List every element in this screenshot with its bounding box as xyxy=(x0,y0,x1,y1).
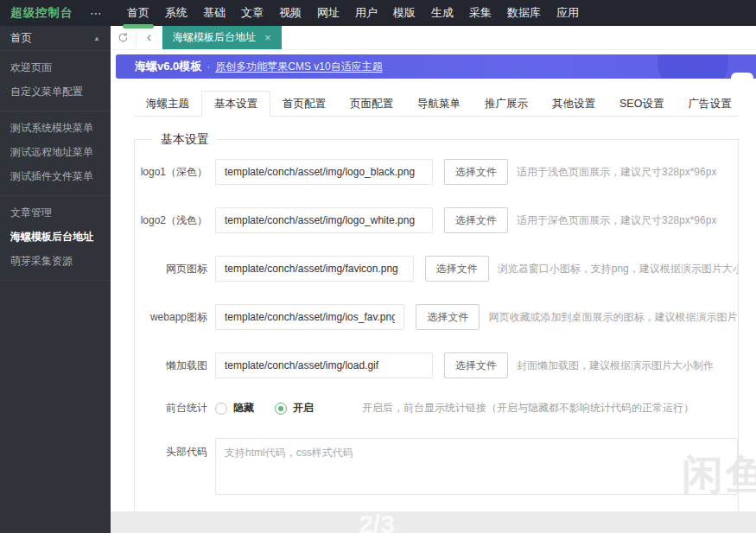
sidebar-header-label: 首页 xyxy=(10,31,32,46)
banner-decor-pill xyxy=(731,73,753,79)
topnav-item-collect[interactable]: 采集 xyxy=(461,0,499,26)
webapp-icon-hint: 网页收藏或添加到桌面展示的图标，建议根据演示图片大小制作 xyxy=(488,310,738,325)
refresh-icon xyxy=(118,32,129,43)
form-row-webapp-icon: webapp图标 选择文件 网页收藏或添加到桌面展示的图标，建议根据演示图片大小… xyxy=(135,304,738,330)
tab-nav-menu[interactable]: 导航菜单 xyxy=(405,92,473,116)
banner-decor-circle xyxy=(658,54,728,79)
radio-enable-label: 开启 xyxy=(293,401,314,416)
radio-hide-label: 隐藏 xyxy=(233,401,254,416)
tab-page-config[interactable]: 页面配置 xyxy=(338,92,405,116)
topnav-item-user[interactable]: 用户 xyxy=(347,0,385,26)
topnav-item-generate[interactable]: 生成 xyxy=(423,0,461,26)
radio-hide[interactable]: 隐藏 xyxy=(215,401,254,416)
settings-content: 海螺主题 基本设置 首页配置 页面配置 导航菜单 推广展示 其他设置 SEO设置… xyxy=(111,79,756,511)
radio-enable-circle-icon xyxy=(275,403,287,415)
sidebar-item-welcome-page[interactable]: 欢迎页面 xyxy=(0,55,111,79)
basic-settings-fieldset: 基本设置 logo1（深色） 选择文件 适用于浅色页面展示，建议尺寸328px*… xyxy=(134,139,739,511)
sidebar-item-article-management[interactable]: 文章管理 xyxy=(0,200,111,225)
topnav-item-video[interactable]: 视频 xyxy=(271,0,309,26)
sidebar-group-1: 欢迎页面 自定义菜单配置 xyxy=(0,51,111,111)
tab-seo-settings[interactable]: SEO设置 xyxy=(607,92,676,116)
front-stats-hint: 开启后，前台显示统计链接（开启与隐藏都不影响统计代码的正常运行） xyxy=(362,401,694,416)
lazyload-path-input[interactable] xyxy=(215,352,433,378)
topnav-item-article[interactable]: 文章 xyxy=(233,0,271,26)
webapp-icon-path-input[interactable] xyxy=(215,304,404,330)
topnav-item-basic[interactable]: 基础 xyxy=(195,0,233,26)
open-page-tab-label: 海螺模板后台地址 xyxy=(173,30,256,45)
fieldset-legend: 基本设置 xyxy=(152,132,218,148)
tab-conch-theme[interactable]: 海螺主题 xyxy=(134,92,201,116)
tab-close-icon[interactable]: × xyxy=(264,31,271,44)
tab-ad-settings[interactable]: 广告设置 xyxy=(676,92,743,116)
logo2-hint: 适用于深色页面展示，建议尺寸328px*96px xyxy=(517,213,716,228)
front-stats-label: 前台统计 xyxy=(135,401,215,416)
topnav-item-system[interactable]: 系统 xyxy=(157,0,195,26)
form-row-logo2: logo2（浅色） 选择文件 适用于深色页面展示，建议尺寸328px*96px xyxy=(135,207,738,233)
open-page-tab[interactable]: 海螺模板后台地址 × xyxy=(162,26,282,49)
topnav-item-application[interactable]: 应用 xyxy=(549,0,587,26)
logo1-path-input[interactable] xyxy=(215,159,433,185)
lazyload-choose-file-button[interactable]: 选择文件 xyxy=(444,352,508,378)
form-row-favicon: 网页图标 选择文件 浏览器窗口小图标，支持png，建议根据演示图片大小制作 xyxy=(135,256,738,282)
banner-title: 海螺v6.0模板 xyxy=(135,59,201,74)
tab-home-config[interactable]: 首页配置 xyxy=(270,92,338,116)
sidebar-group-3: 文章管理 海螺模板后台地址 萌芽采集资源 xyxy=(0,196,111,281)
webapp-icon-choose-file-button[interactable]: 选择文件 xyxy=(416,304,480,330)
sidebar-item-conch-template-admin-url[interactable]: 海螺模板后台地址 xyxy=(0,225,111,249)
front-stats-radio-group: 隐藏 开启 xyxy=(215,401,334,416)
topnav-item-website[interactable]: 网址 xyxy=(309,0,347,26)
favicon-choose-file-button[interactable]: 选择文件 xyxy=(425,256,489,282)
form-row-logo1: logo1（深色） 选择文件 适用于浅色页面展示，建议尺寸328px*96px xyxy=(135,159,738,185)
logo2-path-input[interactable] xyxy=(215,207,433,233)
head-code-label: 头部代码 xyxy=(135,438,215,460)
main-area: ‹ 海螺模板后台地址 × 海螺v6.0模板 · 原创多功能苹果CMS v10自适… xyxy=(111,26,756,533)
favicon-label: 网页图标 xyxy=(135,262,215,276)
top-header: 超级控制台 ⋯ 首页 系统 基础 文章 视频 网址 用户 模版 生成 采集 数据… xyxy=(0,0,756,26)
sidebar: 首页 ▲ 欢迎页面 自定义菜单配置 测试系统模块菜单 测试远程地址菜单 测试插件… xyxy=(0,26,111,533)
window-tabbar: ‹ 海螺模板后台地址 × xyxy=(111,26,756,50)
tab-basic-settings[interactable]: 基本设置 xyxy=(201,91,270,117)
settings-tabs: 海螺主题 基本设置 首页配置 页面配置 导航菜单 推广展示 其他设置 SEO设置… xyxy=(134,91,739,117)
sidebar-item-custom-menu-config[interactable]: 自定义菜单配置 xyxy=(0,79,111,104)
back-button[interactable]: ‹ xyxy=(137,26,162,49)
logo1-choose-file-button[interactable]: 选择文件 xyxy=(444,159,508,185)
sidebar-group-2: 测试系统模块菜单 测试远程地址菜单 测试插件文件菜单 xyxy=(0,111,111,196)
topnav-item-template[interactable]: 模版 xyxy=(385,0,423,26)
brand-area: 超级控制台 ⋯ xyxy=(0,0,111,26)
tab-other-settings[interactable]: 其他设置 xyxy=(540,92,607,116)
banner-subtitle-link[interactable]: 原创多功能苹果CMS v10自适应主题 xyxy=(215,60,382,74)
app-logo: 超级控制台 xyxy=(10,5,73,21)
topnav-item-database[interactable]: 数据库 xyxy=(499,0,549,26)
logo1-label: logo1（深色） xyxy=(135,165,215,180)
logo2-label: logo2（浅色） xyxy=(135,213,215,228)
topnav-item-home[interactable]: 首页 xyxy=(119,0,157,26)
page-indicator: 2/3 xyxy=(359,510,395,533)
sidebar-collapse-icon[interactable]: ⋯ xyxy=(90,6,102,20)
theme-banner: 海螺v6.0模板 · 原创多功能苹果CMS v10自适应主题 xyxy=(116,54,756,79)
form-row-lazyload: 懒加载图 选择文件 封面懒加载图，建议根据演示图片大小制作 xyxy=(135,352,738,378)
sidebar-item-test-plugin-file-menu[interactable]: 测试插件文件菜单 xyxy=(0,164,111,188)
radio-hide-circle-icon xyxy=(215,403,227,415)
radio-enable[interactable]: 开启 xyxy=(275,401,314,416)
favicon-hint: 浏览器窗口小图标，支持png，建议根据演示图片大小制作 xyxy=(498,262,738,276)
sidebar-group-header-home[interactable]: 首页 ▲ xyxy=(0,26,111,51)
back-chevron-icon: ‹ xyxy=(147,29,152,44)
head-code-textarea[interactable] xyxy=(215,438,738,495)
sidebar-item-test-remote-url-menu[interactable]: 测试远程地址菜单 xyxy=(0,140,111,164)
top-navigation: 首页 系统 基础 文章 视频 网址 用户 模版 生成 采集 数据库 应用 xyxy=(111,0,587,26)
sidebar-item-mengya-collect-resource[interactable]: 萌芽采集资源 xyxy=(0,249,111,273)
collapse-arrow-icon: ▲ xyxy=(93,35,100,42)
footer-bar: 2/3 xyxy=(111,511,756,533)
lazyload-hint: 封面懒加载图，建议根据演示图片大小制作 xyxy=(517,359,714,373)
sidebar-item-test-system-module-menu[interactable]: 测试系统模块菜单 xyxy=(0,116,111,140)
form-row-head-code: 头部代码 xyxy=(135,438,738,495)
tab-promo-display[interactable]: 推广展示 xyxy=(473,92,540,116)
webapp-icon-label: webapp图标 xyxy=(135,310,215,325)
refresh-button[interactable] xyxy=(111,26,137,49)
form-row-front-stats: 前台统计 隐藏 开启 开启后，前台显示统计链接（开启与隐藏都不影响统计代码的正常… xyxy=(135,401,738,416)
logo1-hint: 适用于浅色页面展示，建议尺寸328px*96px xyxy=(517,165,716,180)
logo2-choose-file-button[interactable]: 选择文件 xyxy=(444,207,508,233)
lazyload-label: 懒加载图 xyxy=(135,359,215,373)
favicon-path-input[interactable] xyxy=(215,256,414,282)
banner-separator: · xyxy=(206,60,210,73)
